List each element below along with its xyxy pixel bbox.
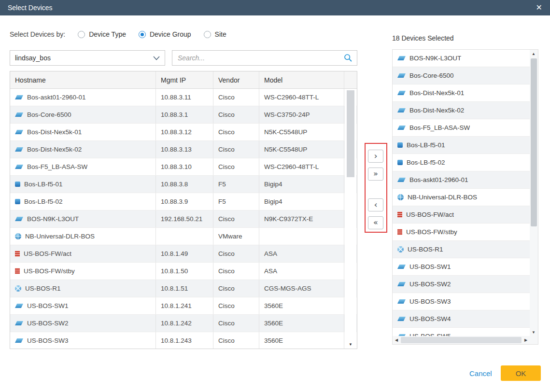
- table-row[interactable]: US-BOS-FW/act 10.8.1.49 Cisco ASA: [10, 245, 357, 263]
- table-row[interactable]: US-BOS-SW2 10.8.1.242 Cisco 3560E: [10, 315, 357, 332]
- mgmt-ip-cell: 10.88.3.8: [156, 176, 213, 193]
- model-cell: Bigip4: [259, 176, 344, 193]
- f5-icon: [15, 182, 20, 187]
- list-item[interactable]: US-BOS-SW2: [393, 276, 530, 293]
- close-icon[interactable]: ✕: [536, 4, 542, 12]
- hostname-label: US-BOS-SW2: [27, 320, 69, 327]
- selected-item-label: Bos-LB-f5-01: [407, 141, 445, 149]
- radio-label: Site: [215, 30, 226, 38]
- scroll-left-icon[interactable]: ◀: [393, 336, 400, 344]
- model-cell: N5K-C5548UP: [259, 141, 344, 158]
- mgmt-ip-cell: 10.8.1.49: [156, 245, 213, 262]
- vendor-cell: Cisco: [213, 245, 259, 262]
- mgmt-ip-cell: 10.8.1.241: [156, 297, 213, 314]
- scroll-up-icon[interactable]: ▲: [530, 50, 537, 57]
- list-item[interactable]: BOS-N9K-L3OUT: [393, 50, 530, 67]
- radio-site[interactable]: Site: [204, 30, 226, 38]
- model-cell: 3560E: [259, 332, 344, 349]
- move-left-button[interactable]: ‹: [368, 198, 383, 211]
- list-item[interactable]: US-BOS-SW1: [393, 258, 530, 276]
- switch-icon: [397, 56, 406, 60]
- hostname-label: Bos-F5_LB-ASA-SW: [27, 163, 87, 170]
- search-icon[interactable]: [344, 54, 353, 62]
- move-right-button[interactable]: ›: [368, 150, 383, 163]
- scroll-right-icon[interactable]: ▶: [522, 336, 530, 344]
- model-cell: ASA: [259, 263, 344, 280]
- model-cell: N5K-C5548UP: [259, 124, 344, 140]
- table-row[interactable]: Bos-Dist-Nex5k-02 10.88.3.13 Cisco N5K-C…: [10, 141, 357, 158]
- list-item[interactable]: Bos-LB-f5-01: [393, 137, 530, 154]
- selected-item-label: Bos-Core-6500: [409, 72, 454, 79]
- list-item[interactable]: Bos-Dist-Nex5k-01: [393, 84, 530, 102]
- scrollbar-corner: [530, 336, 538, 344]
- scrollbar-thumb[interactable]: [531, 58, 537, 226]
- hostname-label: Bos-LB-f5-01: [24, 181, 63, 188]
- list-item[interactable]: US-BOS-SW3: [393, 293, 530, 310]
- switch-icon: [15, 338, 23, 343]
- move-all-left-button[interactable]: «: [368, 216, 383, 229]
- radio-icon: [78, 31, 85, 38]
- list-item[interactable]: Bos-F5_LB-ASA-SW: [393, 119, 530, 137]
- hostname-cell: Bos-Dist-Nex5k-01: [10, 124, 156, 140]
- device-group-dropdown[interactable]: lindsay_bos: [10, 50, 165, 66]
- list-item[interactable]: US-BOS-FW/stby: [393, 224, 530, 241]
- switch-icon: [15, 217, 23, 221]
- list-item[interactable]: Bos-Core-6500: [393, 67, 530, 84]
- selected-item-label: Bos-F5_LB-ASA-SW: [409, 124, 470, 131]
- list-item[interactable]: US-BOS-SW4: [393, 310, 530, 328]
- table-scrollbar[interactable]: ▼: [345, 89, 356, 348]
- selected-item-label: US-BOS-SW4: [409, 315, 451, 322]
- switch-icon: [15, 321, 23, 325]
- ok-button[interactable]: OK: [501, 365, 541, 381]
- table-row[interactable]: Bos-F5_LB-ASA-SW 10.88.3.10 Cisco WS-C29…: [10, 158, 357, 176]
- selected-vertical-scrollbar[interactable]: ▲ ▼: [530, 50, 538, 336]
- scroll-down-icon[interactable]: ▼: [530, 328, 537, 336]
- move-all-right-button[interactable]: »: [368, 168, 383, 181]
- mgmt-ip-cell: 10.8.1.243: [156, 332, 213, 349]
- switch-icon: [15, 95, 23, 99]
- list-item[interactable]: Bos-askt01-2960-01: [393, 171, 530, 189]
- switch-icon: [15, 304, 23, 308]
- table-row[interactable]: NB-Universal-DLR-BOS VMware: [10, 228, 357, 245]
- model-cell: 3560E: [259, 297, 344, 314]
- scroll-down-icon[interactable]: ▼: [347, 340, 354, 348]
- table-row[interactable]: Bos-askt01-2960-01 10.88.3.11 Cisco WS-C…: [10, 89, 357, 106]
- list-item[interactable]: Bos-LB-f5-02: [393, 154, 530, 171]
- hostname-label: US-BOS-FW/act: [24, 250, 71, 257]
- list-item[interactable]: Bos-Dist-Nex5k-02: [393, 102, 530, 119]
- mgmt-ip-cell: 10.88.3.9: [156, 193, 213, 210]
- list-item[interactable]: US-BOS-R1: [393, 241, 530, 258]
- selected-rows: BOS-N9K-L3OUT Bos-Core-6500 Bos-Dist-Nex…: [393, 50, 530, 336]
- scrollbar-thumb[interactable]: [401, 337, 522, 343]
- list-item[interactable]: US-BOS-SW5: [393, 328, 530, 336]
- list-item[interactable]: US-BOS-FW/act: [393, 206, 530, 224]
- list-item[interactable]: NB-Universal-DLR-BOS: [393, 189, 530, 206]
- hostname-cell: NB-Universal-DLR-BOS: [10, 228, 156, 245]
- table-row[interactable]: US-BOS-FW/stby 10.8.1.50 Cisco ASA: [10, 263, 357, 280]
- search-input[interactable]: [177, 54, 344, 62]
- table-row[interactable]: Bos-Core-6500 10.88.3.1 Cisco WS-C3750-2…: [10, 106, 357, 124]
- radio-device-group[interactable]: Device Group: [139, 30, 191, 38]
- selected-count: 18 Devices Selected: [392, 34, 454, 42]
- table-row[interactable]: US-BOS-SW3 10.8.1.243 Cisco 3560E: [10, 332, 357, 349]
- chevron-down-icon: [153, 56, 160, 60]
- table-row[interactable]: US-BOS-SW1 10.8.1.241 Cisco 3560E: [10, 297, 357, 315]
- switch-icon: [397, 73, 406, 78]
- table-row[interactable]: US-BOS-R1 10.8.1.51 Cisco CGS-MGS-AGS: [10, 280, 357, 297]
- table-row[interactable]: Bos-LB-f5-02 10.88.3.9 F5 Bigip4: [10, 193, 357, 210]
- table-row[interactable]: BOS-N9K-L3OUT 192.168.50.21 Cisco N9K-C9…: [10, 210, 357, 228]
- select-devices-by-group: Select Devices by: Device Type Device Gr…: [10, 30, 226, 38]
- switch-icon: [397, 178, 406, 182]
- table-row[interactable]: Bos-LB-f5-01 10.88.3.8 F5 Bigip4: [10, 176, 357, 193]
- cancel-button[interactable]: Cancel: [469, 369, 492, 378]
- selected-horizontal-scrollbar[interactable]: ◀ ▶: [393, 336, 530, 344]
- switch-icon: [397, 299, 406, 304]
- scrollbar-thumb[interactable]: [347, 90, 354, 177]
- f5-icon: [397, 142, 403, 148]
- col-hostname: Hostname: [10, 71, 156, 88]
- selected-item-label: Bos-Dist-Nex5k-01: [409, 89, 464, 97]
- model-cell: 3560E: [259, 315, 344, 332]
- radio-device-type[interactable]: Device Type: [78, 30, 126, 38]
- col-mgmt-ip: Mgmt IP: [156, 71, 213, 88]
- table-row[interactable]: Bos-Dist-Nex5k-01 10.88.3.12 Cisco N5K-C…: [10, 124, 357, 141]
